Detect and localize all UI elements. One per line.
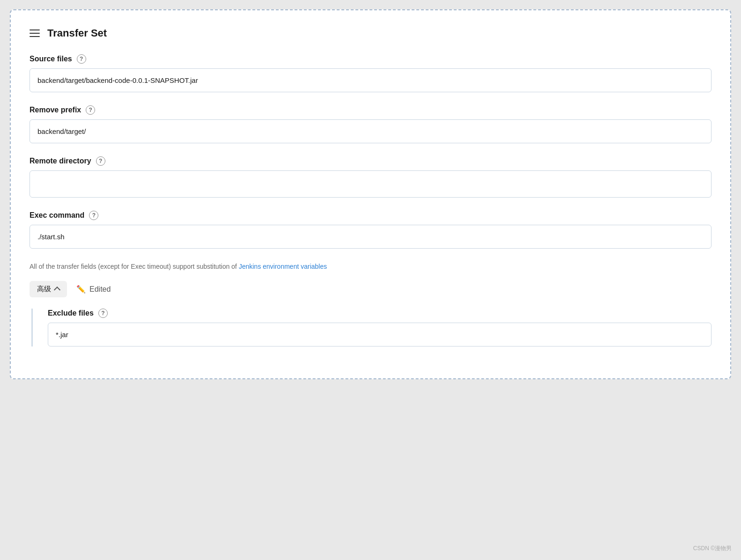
remote-directory-section: Remote directory ?	[30, 156, 711, 198]
exclude-files-label: Exclude files ?	[48, 309, 711, 318]
exec-command-section: Exec command ?	[30, 211, 711, 249]
chevron-up-icon	[54, 287, 60, 293]
remove-prefix-input[interactable]	[30, 119, 711, 143]
advanced-button[interactable]: 高级	[30, 281, 67, 297]
jenkins-env-vars-link[interactable]: Jenkins environment variables	[239, 263, 327, 270]
pencil-icon: ✏️	[76, 285, 86, 294]
exec-command-help-icon[interactable]: ?	[89, 211, 98, 220]
remote-directory-input[interactable]	[30, 170, 711, 198]
source-files-label: Source files ?	[30, 54, 711, 64]
panel-header: Transfer Set	[30, 27, 711, 39]
advanced-bar: 高级 ✏️ Edited	[30, 281, 711, 297]
source-files-help-icon[interactable]: ?	[77, 54, 86, 64]
remote-directory-label: Remote directory ?	[30, 156, 711, 166]
advanced-button-label: 高级	[37, 285, 51, 294]
exclude-files-section: Exclude files ?	[48, 309, 711, 346]
edited-text: Edited	[89, 285, 111, 294]
exclude-files-help-icon[interactable]: ?	[98, 309, 108, 318]
edited-indicator[interactable]: ✏️ Edited	[76, 285, 111, 294]
source-files-input[interactable]	[30, 68, 711, 92]
exclude-files-input[interactable]	[48, 323, 711, 346]
advanced-section: Exclude files ?	[31, 309, 711, 346]
transfer-set-panel: Transfer Set Source files ? Remove prefi…	[10, 9, 731, 379]
remote-directory-help-icon[interactable]: ?	[96, 156, 105, 166]
remove-prefix-label: Remove prefix ?	[30, 105, 711, 115]
exec-command-input[interactable]	[30, 225, 711, 249]
exec-command-label: Exec command ?	[30, 211, 711, 220]
watermark: CSDN ©漫物男	[693, 545, 732, 553]
hamburger-icon[interactable]	[30, 29, 40, 37]
remove-prefix-help-icon[interactable]: ?	[86, 105, 95, 115]
page-title: Transfer Set	[47, 27, 107, 39]
remove-prefix-section: Remove prefix ?	[30, 105, 711, 143]
source-files-section: Source files ?	[30, 54, 711, 92]
info-text: All of the transfer fields (except for E…	[30, 262, 711, 272]
